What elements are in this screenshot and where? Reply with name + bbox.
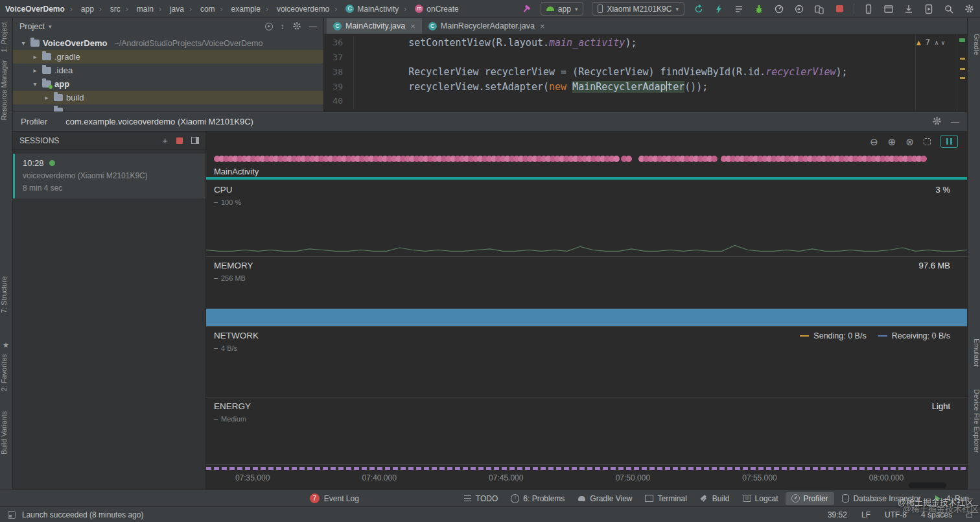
warning-stripe-mark[interactable] <box>960 58 965 60</box>
toolwindow-button[interactable]: TODO <box>458 492 504 505</box>
line-separator-widget[interactable]: LF <box>861 510 870 519</box>
rerun-activity-icon[interactable] <box>693 3 705 15</box>
tree-row[interactable]: ▾ VoiceOverDemo ~/AndroidStudioProjects/… <box>13 36 323 50</box>
zoom-to-selection-icon[interactable] <box>924 138 931 145</box>
breadcrumb-item[interactable]: java <box>154 5 184 14</box>
toolwindow-switcher-icon[interactable] <box>8 511 16 519</box>
add-session-icon[interactable]: + <box>162 136 168 145</box>
favorites-star-icon[interactable]: ★ <box>3 341 9 350</box>
breadcrumb-item[interactable]: VoiceOverDemo <box>5 5 65 14</box>
device-manager-icon[interactable] <box>863 3 874 15</box>
panel-settings-gear-icon[interactable] <box>292 21 301 32</box>
error-stripe[interactable] <box>957 34 967 112</box>
zoom-out-icon[interactable]: ⊖ <box>870 137 878 147</box>
multi-device-icon[interactable] <box>813 3 825 15</box>
warning-stripe-mark[interactable] <box>960 68 965 70</box>
indent-widget[interactable]: 4 spaces <box>921 510 952 519</box>
toolwindow-button[interactable]: Logcat <box>737 492 784 505</box>
toolwindow-stripe-button[interactable]: Emulator <box>968 338 980 367</box>
tree-row[interactable]: ▸ .gradle <box>13 50 323 64</box>
horizontal-scrollbar-thumb[interactable] <box>909 482 946 488</box>
code-editor[interactable]: 36 setContentView(R.layout.main_activity… <box>324 34 967 112</box>
device-select[interactable]: Xiaomi M2101K9C ▾ <box>592 2 684 16</box>
code-line[interactable]: 37 <box>324 51 957 65</box>
sdk-manager-icon[interactable] <box>903 3 915 15</box>
toolwindow-stripe-button[interactable]: Device File Explorer <box>968 389 980 453</box>
memory-section[interactable]: MEMORY 97.6 MB 256 MB <box>206 257 967 327</box>
close-tab-icon[interactable]: × <box>540 21 545 31</box>
tree-chevron-icon[interactable]: ▸ <box>31 67 39 74</box>
editor-tab[interactable]: MainRecyclerAdapter.java × <box>422 18 552 34</box>
toolwindow-button[interactable]: 4: Run <box>928 492 975 505</box>
toolwindow-button[interactable]: 6: Problems <box>505 492 570 505</box>
toolwindow-stripe-button[interactable]: Gradle <box>968 34 980 55</box>
breadcrumb-item[interactable]: main <box>121 5 154 14</box>
minimize-panel-icon[interactable]: — <box>951 117 959 126</box>
code-line[interactable]: 39 recyclerView.setAdapter(new MainRecyc… <box>324 80 957 95</box>
tree-row[interactable]: ▸ .idea <box>13 64 323 77</box>
tree-row[interactable] <box>13 104 323 112</box>
stop-icon[interactable] <box>834 3 845 15</box>
breadcrumb-item[interactable]: voiceoverdemo <box>261 5 329 14</box>
search-everywhere-icon[interactable] <box>943 3 955 15</box>
tree-chevron-icon[interactable]: ▾ <box>19 40 27 47</box>
breadcrumb-item[interactable]: src <box>94 5 121 14</box>
settings-gear-icon[interactable] <box>963 3 975 15</box>
breadcrumb-item[interactable]: onCreate <box>399 5 458 14</box>
breadcrumb-item[interactable]: MainActivity <box>329 5 399 14</box>
toolwindow-stripe-button[interactable]: Resource Manager <box>0 60 13 121</box>
toolwindow-stripe-button[interactable]: 7: Structure <box>0 276 13 313</box>
code-line[interactable]: 36 setContentView(R.layout.main_activity… <box>324 36 957 51</box>
energy-section[interactable]: ENERGY Light Medium <box>206 397 967 465</box>
apply-changes-icon[interactable] <box>713 3 725 15</box>
readonly-lock-icon[interactable] <box>966 514 972 518</box>
editor-tab[interactable]: MainActivity.java × <box>327 18 422 34</box>
breadcrumb-item[interactable]: app <box>65 5 94 14</box>
network-section[interactable]: NETWORK Sending: 0 B/s Receiving: 0 B/s <box>206 327 967 397</box>
tree-chevron-icon[interactable]: ▾ <box>31 80 39 88</box>
code-line[interactable]: 38 RecyclerView recyclerView = (Recycler… <box>324 65 957 80</box>
toolwindow-stripe-button[interactable]: 2: Favorites <box>0 354 13 391</box>
locate-file-icon[interactable] <box>265 23 273 30</box>
tree-chevron-icon[interactable]: ▸ <box>43 94 51 101</box>
profile-gauge-icon[interactable] <box>773 3 785 15</box>
cpu-section[interactable]: CPU 3 % 100 % <box>206 181 967 257</box>
warning-stripe-mark[interactable] <box>960 77 965 79</box>
toolwindow-button[interactable]: Terminal <box>639 492 692 505</box>
profiler-settings-gear-icon[interactable] <box>932 116 942 128</box>
breadcrumb-item[interactable]: com <box>184 5 215 14</box>
session-item[interactable]: 10:28 voiceoverdemo (Xiaomi M2101K9C) 8 … <box>13 154 205 198</box>
toolwindow-stripe-button[interactable]: Build Variants <box>0 411 13 455</box>
hammer-icon[interactable] <box>520 3 532 15</box>
collapse-all-icon[interactable]: ↕ <box>281 22 285 31</box>
zoom-in-icon[interactable]: ⊕ <box>888 137 896 147</box>
tree-row[interactable]: ▸ build <box>13 91 323 104</box>
collapse-panel-icon[interactable] <box>191 137 199 144</box>
toolwindow-button[interactable]: Profiler <box>786 492 834 505</box>
close-tab-icon[interactable]: × <box>410 21 415 31</box>
hide-panel-icon[interactable]: — <box>309 22 318 31</box>
stop-session-icon[interactable] <box>176 137 183 144</box>
timeline[interactable]: 07:35.00007:40.00007:45.00007:50.00007:5… <box>206 465 967 490</box>
encoding-widget[interactable]: UTF-8 <box>885 510 907 519</box>
pause-live-button[interactable] <box>940 135 958 148</box>
reset-zoom-icon[interactable]: ⊗ <box>905 137 914 147</box>
toolwindow-button[interactable]: Build <box>694 492 736 505</box>
activity-row[interactable]: MainActivity <box>206 167 967 181</box>
code-menu-icon[interactable] <box>733 3 745 15</box>
tree-row[interactable]: ▾ app <box>13 77 323 91</box>
toolwindow-button[interactable]: Gradle View <box>572 492 638 505</box>
project-panel-title[interactable]: Project <box>19 22 45 31</box>
inspections-widget[interactable]: ▲ 7 ∧∨ <box>916 38 948 47</box>
avd-manager-icon[interactable] <box>923 3 935 15</box>
debug-icon[interactable] <box>753 3 765 15</box>
attach-debugger-icon[interactable] <box>793 3 805 15</box>
events-track[interactable] <box>206 151 967 167</box>
toolwindow-stripe-button[interactable]: 1: Project <box>0 22 13 52</box>
code-line[interactable]: 40 <box>324 94 957 109</box>
run-config-select[interactable]: app ▾ <box>541 2 584 16</box>
profiler-tab[interactable]: Profiler <box>21 117 47 126</box>
prev-next-warning-icons[interactable]: ∧∨ <box>935 39 948 46</box>
tree-chevron-icon[interactable]: ▸ <box>31 53 39 60</box>
profiler-session-tab[interactable]: com.example.voiceoverdemo (Xiaomi M2101K… <box>65 117 253 126</box>
